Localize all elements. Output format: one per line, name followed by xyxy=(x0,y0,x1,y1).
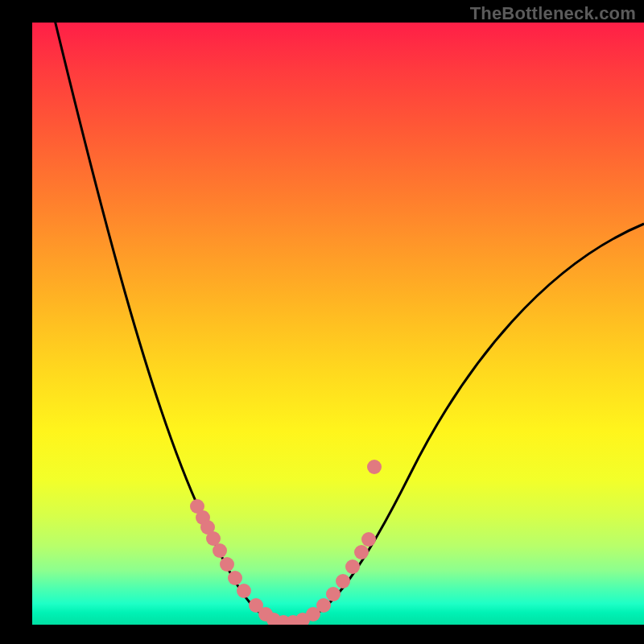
data-dot xyxy=(228,571,242,585)
chart-stage: TheBottleneck.com xyxy=(0,0,644,644)
plot-area xyxy=(32,23,644,625)
data-dot xyxy=(237,584,251,598)
data-dot xyxy=(361,532,376,547)
data-dot xyxy=(345,559,360,574)
data-dot xyxy=(326,587,341,601)
data-dots xyxy=(190,460,382,625)
data-dot xyxy=(354,545,369,559)
data-dot xyxy=(316,598,331,613)
chart-overlay xyxy=(32,23,644,625)
data-dot xyxy=(336,574,350,588)
data-dot xyxy=(213,543,227,558)
data-dot xyxy=(367,460,382,474)
watermark-text: TheBottleneck.com xyxy=(470,3,636,24)
data-dot xyxy=(220,557,234,572)
bottleneck-curve xyxy=(32,23,644,623)
